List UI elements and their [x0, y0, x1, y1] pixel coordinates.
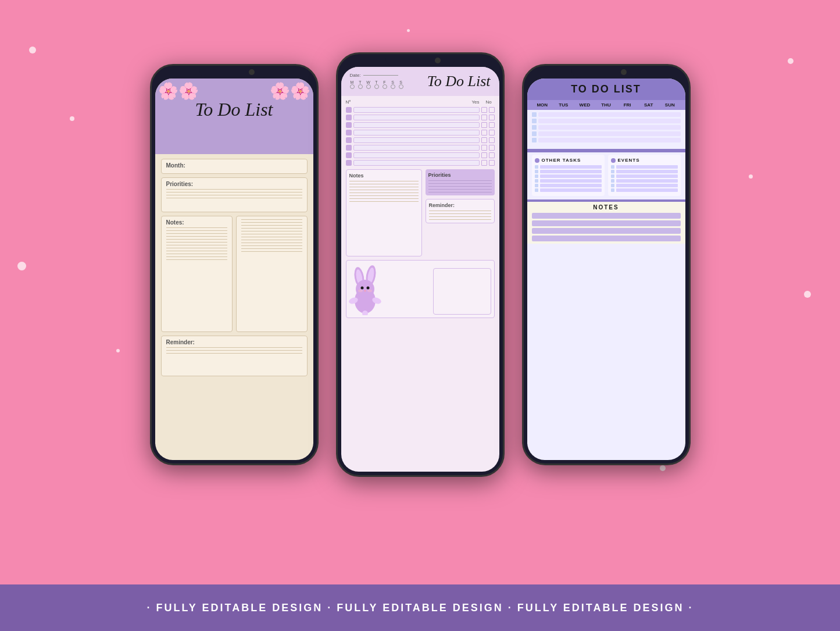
phone-1-body: Month: Priorities: Notes: — [155, 154, 313, 384]
p3-ev-line-1 — [611, 165, 678, 169]
todo-row-2 — [346, 115, 495, 120]
p2-reminder-lines — [429, 211, 491, 220]
p2-reminder-box: Reminder: — [426, 199, 495, 223]
reminder-lines — [166, 347, 302, 354]
reminder-label: Reminder: — [166, 339, 302, 345]
todo-line-3 — [353, 122, 480, 128]
todo-check-4 — [346, 130, 352, 136]
p3-ev-line-5 — [611, 184, 678, 187]
p3-note-line-2 — [532, 220, 681, 226]
todo-row-7 — [346, 152, 495, 158]
todo-row-8 — [346, 160, 495, 166]
day-thu: T — [374, 80, 379, 89]
p3-task-row-5 — [532, 138, 681, 142]
p2-notes-label: Notes — [349, 173, 419, 179]
phone-1: 🌸🌸 🌸🌸 To Do List Month: Priorities: — [150, 64, 319, 465]
phone-3-title: TO DO LIST — [533, 83, 680, 95]
col-no: No — [483, 99, 495, 105]
phone-2-body: Nº Yes No — [341, 96, 499, 322]
notes-col-right — [236, 216, 308, 332]
todo-row-5 — [346, 137, 495, 143]
day-sat: SAT — [638, 102, 659, 108]
p2-priorities-box: Priorities — [426, 169, 495, 195]
p3-check-2 — [532, 119, 537, 123]
p2-drawing-box — [433, 268, 491, 315]
main-content: 🌸🌸 🌸🌸 To Do List Month: Priorities: — [0, 0, 840, 506]
todo-yes-3 — [481, 122, 487, 128]
p3-events-header: EVENTS — [611, 158, 678, 163]
todo-yes-7 — [481, 152, 487, 158]
notes-row: Notes: — [161, 216, 308, 332]
phone-1-screen: 🌸🌸 🌸🌸 To Do List Month: Priorities: — [155, 79, 313, 460]
p2-image-box — [346, 260, 495, 318]
todo-check-8 — [346, 160, 352, 166]
p3-ot-line-3 — [535, 174, 602, 178]
phone-1-title: To Do List — [164, 99, 305, 120]
p3-notes-title: NOTES — [532, 204, 681, 211]
todo-yes-8 — [481, 160, 487, 166]
todo-row-6 — [346, 145, 495, 151]
p3-task-grid — [527, 110, 685, 147]
p3-ev-line-4 — [611, 179, 678, 183]
p3-ev-line-3 — [611, 174, 678, 178]
todo-no-8 — [489, 160, 495, 166]
p3-ot-line-4 — [535, 179, 602, 183]
day-thu: THU — [595, 102, 617, 108]
todo-row-1 — [346, 107, 495, 113]
todo-check-6 — [346, 145, 352, 151]
p3-other-tasks: OTHER TASKS — [532, 155, 605, 196]
todo-header-row: Nº Yes No — [346, 99, 495, 105]
phone-1-header: 🌸🌸 🌸🌸 To Do List — [155, 79, 313, 154]
p2-right-col: Priorities Reminder: — [426, 169, 495, 256]
notes-col-left: Notes: — [161, 216, 233, 332]
p2-sections: Notes Priorities — [346, 169, 495, 256]
p3-events: EVENTS — [608, 155, 681, 196]
day-sun: S — [399, 80, 403, 89]
p3-note-line-1 — [532, 213, 681, 219]
p3-dot-icon — [535, 158, 539, 163]
todo-no-6 — [489, 145, 495, 151]
days-row: M T W T F S S — [350, 80, 403, 89]
priorities-label: Priorities: — [166, 181, 302, 187]
days-header: MON TUS WED THU FRI SAT SUN — [527, 100, 685, 110]
p3-line-4 — [538, 131, 681, 136]
p3-ev-line-2 — [611, 170, 678, 173]
p3-check-1 — [532, 112, 537, 117]
todo-check-3 — [346, 122, 352, 128]
todo-line-5 — [353, 137, 480, 143]
todo-check-5 — [346, 137, 352, 143]
todo-yes-4 — [481, 130, 487, 136]
date-row: Date: — [350, 73, 403, 78]
month-section: Month: — [161, 159, 308, 174]
flowers-left-icon: 🌸🌸 — [158, 81, 199, 101]
p2-reminder-label: Reminder: — [429, 202, 491, 208]
todo-line-8 — [353, 160, 480, 166]
todo-yes-1 — [481, 107, 487, 113]
p3-check-4 — [532, 131, 537, 136]
svg-point-7 — [366, 287, 369, 290]
p3-check-3 — [532, 125, 537, 130]
date-label: Date: — [350, 73, 361, 78]
p3-ot-line-2 — [535, 170, 602, 173]
p3-note-line-4 — [532, 236, 681, 241]
svg-point-5 — [356, 280, 374, 298]
priorities-section: Priorities: — [161, 177, 308, 212]
p3-task-row-3 — [532, 125, 681, 130]
todo-line-2 — [353, 115, 480, 120]
svg-point-6 — [360, 287, 363, 290]
todo-yes-5 — [481, 137, 487, 143]
month-label: Month: — [166, 162, 302, 169]
todo-check-7 — [346, 152, 352, 158]
phone-3-screen: TO DO LIST MON TUS WED THU FRI SAT SUN — [527, 79, 685, 460]
p3-lower: OTHER TASKS — [527, 155, 685, 196]
day-wed: WED — [574, 102, 596, 108]
p2-priorities-label: Priorities — [428, 172, 492, 178]
todo-yes-2 — [481, 115, 487, 120]
day-tue: TUS — [553, 102, 574, 108]
todo-line-6 — [353, 145, 480, 151]
p3-ot-line-6 — [535, 188, 602, 192]
p3-line-1 — [538, 112, 681, 117]
todo-no-4 — [489, 130, 495, 136]
phone-2-header-left: Date: M T W T F S S — [350, 73, 403, 89]
phone-2-screen: Date: M T W T F S S To Do List — [341, 67, 499, 472]
